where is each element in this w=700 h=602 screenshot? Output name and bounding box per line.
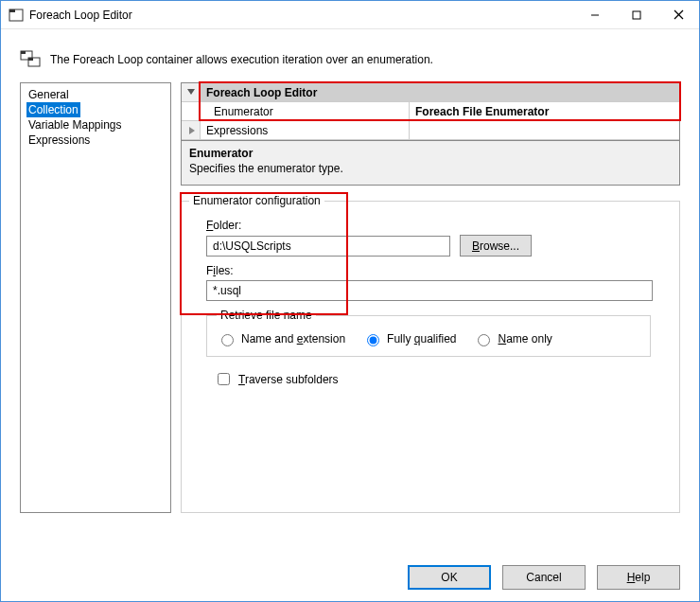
property-value[interactable]	[409, 121, 679, 139]
svg-rect-9	[28, 58, 33, 61]
radio-input[interactable]	[478, 334, 490, 346]
groupbox-legend: Enumerator configuration	[189, 194, 324, 207]
sidebar-item-label: Expressions	[28, 133, 90, 147]
dialog-footer: OK Cancel Help	[408, 565, 680, 590]
right-pane: Foreach Loop Editor Enumerator Foreach F…	[181, 82, 680, 513]
retrieve-legend: Retrieve file name	[217, 309, 316, 322]
sidebar-item-label: General	[28, 88, 69, 101]
svg-rect-7	[21, 51, 26, 54]
radio-name-ext[interactable]: Name and extension	[217, 331, 345, 346]
browse-button[interactable]: Browse...	[460, 235, 532, 257]
loop-icon	[20, 50, 41, 69]
traverse-checkbox-row[interactable]: Traverse subfolders	[214, 370, 666, 388]
folder-input[interactable]	[206, 236, 450, 257]
property-name: Expressions	[201, 121, 409, 139]
sidebar-item-variable-mappings[interactable]: Variable Mappings	[26, 117, 165, 133]
help-button[interactable]: Help	[597, 565, 680, 590]
dialog-window: Foreach Loop Editor The Foreach Loop con…	[0, 0, 700, 602]
svg-marker-11	[189, 127, 195, 134]
svg-rect-3	[633, 11, 640, 19]
retrieve-fieldset: Retrieve file name Name and extension Fu…	[206, 309, 651, 357]
ok-button[interactable]: OK	[408, 565, 491, 590]
property-name: Enumerator	[201, 102, 409, 120]
radio-input[interactable]	[221, 334, 234, 346]
sidebar-item-collection[interactable]: Collection	[26, 102, 80, 117]
description-text: The Foreach Loop container allows execut…	[50, 53, 433, 66]
sidebar-item-expressions[interactable]: Expressions	[26, 133, 165, 148]
maximize-button[interactable]	[616, 1, 657, 29]
property-description-panel: Enumerator Specifies the enumerator type…	[181, 141, 680, 186]
traverse-checkbox[interactable]	[218, 373, 230, 385]
enumerator-config-group: Enumerator configuration Folder: Browse.…	[181, 201, 680, 513]
cancel-button[interactable]: Cancel	[502, 565, 586, 590]
radio-fully-qualified[interactable]: Fully qualified	[362, 331, 456, 346]
property-value[interactable]: Foreach File Enumerator	[409, 102, 679, 120]
close-button[interactable]	[657, 1, 699, 29]
folder-label: Folder:	[206, 219, 666, 232]
files-input[interactable]	[206, 280, 653, 301]
files-label: Files:	[206, 264, 666, 277]
property-row-enumerator[interactable]: Enumerator Foreach File Enumerator	[182, 102, 679, 121]
radio-input[interactable]	[367, 334, 379, 346]
description-row: The Foreach Loop container allows execut…	[1, 29, 699, 82]
property-group-name: Foreach Loop Editor	[201, 83, 409, 101]
collapse-icon[interactable]	[182, 83, 201, 101]
files-field: Files:	[206, 264, 666, 301]
expand-icon[interactable]	[182, 121, 201, 139]
window-title: Foreach Loop Editor	[29, 9, 574, 22]
property-grid: Foreach Loop Editor Enumerator Foreach F…	[181, 82, 680, 141]
svg-marker-10	[187, 89, 195, 95]
app-icon	[9, 8, 24, 23]
property-desc-header: Enumerator	[189, 147, 672, 160]
minimize-button[interactable]	[574, 1, 616, 29]
property-desc-body: Specifies the enumerator type.	[189, 162, 672, 175]
property-row-expressions[interactable]: Expressions	[182, 121, 679, 140]
nav-sidebar: General Collection Variable Mappings Exp…	[20, 82, 171, 513]
folder-field: Folder: Browse...	[206, 219, 666, 257]
titlebar: Foreach Loop Editor	[1, 1, 699, 29]
radio-name-only[interactable]: Name only	[473, 331, 551, 346]
svg-rect-1	[9, 9, 15, 12]
sidebar-item-label: Variable Mappings	[28, 118, 122, 132]
property-group-header[interactable]: Foreach Loop Editor	[182, 83, 679, 102]
sidebar-item-general[interactable]: General	[26, 87, 165, 102]
